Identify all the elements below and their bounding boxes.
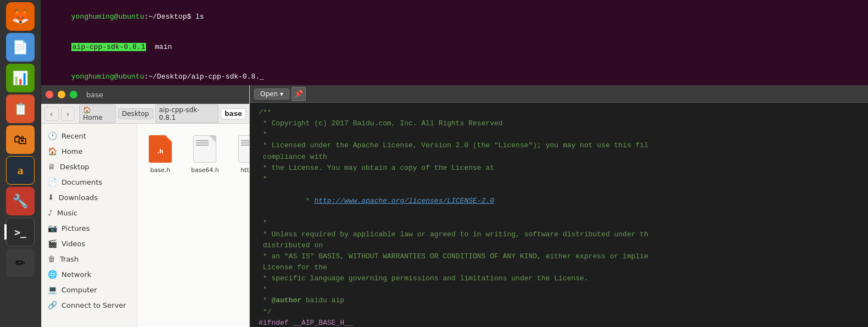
trash-icon: 🗑 bbox=[48, 254, 55, 263]
license-link[interactable]: http://www.apache.org/licenses/LICENSE-2… bbox=[314, 197, 494, 205]
sidebar-label-computer: Computer bbox=[61, 286, 97, 294]
fm-body: 🕐 Recent 🏠 Home 🖥 Desktop 📄 Documents bbox=[41, 124, 249, 327]
sidebar-label-downloads: Downloads bbox=[59, 193, 98, 202]
txt-file-icon-2 bbox=[238, 135, 249, 163]
file-item-base64-h[interactable]: base64.h bbox=[188, 130, 222, 320]
sidebar-item-documents[interactable]: 📄 Documents bbox=[41, 174, 137, 190]
taskbar-terminal[interactable]: >_ bbox=[6, 218, 35, 246]
file-name-base-h: base.h bbox=[150, 167, 171, 174]
taskbar-files[interactable]: 📄 bbox=[6, 33, 35, 62]
editor-pin-button[interactable]: 📌 bbox=[292, 87, 306, 101]
code-line-12: * an "AS IS" BASIS, WITHOUT WARRANTIES O… bbox=[259, 251, 859, 262]
terminal-line-2: aip-cpp-sdk-0.8.1 main bbox=[46, 32, 864, 63]
code-line-8: * http://www.apache.org/licenses/LICENSE… bbox=[259, 185, 859, 218]
sidebar-item-downloads[interactable]: ⬇ Downloads bbox=[41, 190, 137, 205]
window-maximize-button[interactable] bbox=[70, 91, 77, 98]
fm-window-title: base bbox=[86, 91, 103, 99]
sidebar-item-videos[interactable]: 🎬 Videos bbox=[41, 236, 137, 251]
c-header-icon: .h bbox=[149, 135, 172, 163]
code-line-2: * Copyright (c) 2017 Baidu.com, Inc. All… bbox=[259, 118, 859, 129]
code-line-5: compliance with bbox=[259, 152, 859, 163]
code-line-6: * the License. You may obtain a copy of … bbox=[259, 163, 859, 174]
sidebar-item-desktop[interactable]: 🖥 Desktop bbox=[41, 159, 137, 174]
file-icon-base64-h bbox=[192, 134, 218, 164]
open-label: Open bbox=[260, 90, 278, 98]
taskbar-appstore[interactable]: 🛍 bbox=[6, 125, 35, 154]
code-line-4: * Licensed under the Apache License, Ver… bbox=[259, 140, 859, 151]
editor-toolbar: Open ▾ 📌 bbox=[250, 85, 868, 103]
main-area: yonghuming@ubuntu:~/Desktop$ ls aip-cpp-… bbox=[41, 0, 868, 327]
file-icon-http bbox=[237, 134, 249, 164]
code-line-18: #ifndef __AIP_BASE_H__ bbox=[259, 318, 859, 327]
file-name-http: http... bbox=[240, 167, 249, 174]
window-close-button[interactable] bbox=[46, 91, 53, 98]
code-line-17: */ bbox=[259, 307, 859, 318]
code-line-14: * specific language governing permission… bbox=[259, 273, 859, 284]
code-line-1: /** bbox=[259, 107, 859, 118]
taskbar-texteditor[interactable]: ✏️ bbox=[6, 248, 35, 277]
sidebar-item-computer[interactable]: 💻 Computer bbox=[41, 282, 137, 297]
fm-titlebar: base bbox=[41, 85, 249, 104]
code-line-7: * bbox=[259, 174, 859, 185]
sidebar-label-recent: Recent bbox=[61, 132, 86, 140]
taskbar-spreadsheet[interactable]: 📊 bbox=[6, 64, 35, 92]
taskbar: 🦊 📄 📊 📋 🛍 a 🔧 >_ ✏️ bbox=[0, 0, 41, 327]
file-icon-base-h: .h bbox=[147, 134, 173, 164]
sidebar-item-network[interactable]: 🌐 Network bbox=[41, 267, 137, 282]
sidebar-item-trash[interactable]: 🗑 Trash bbox=[41, 251, 137, 267]
dropdown-chevron-icon: ▾ bbox=[280, 90, 283, 98]
sidebar-label-videos: Videos bbox=[61, 240, 85, 248]
breadcrumb-sdk[interactable]: aip-cpp-sdk-0.8.1 bbox=[155, 104, 219, 123]
sidebar-item-recent[interactable]: 🕐 Recent bbox=[41, 128, 137, 143]
fm-content: .h base.h bbox=[137, 124, 249, 327]
breadcrumb-home[interactable]: 🏠 Home bbox=[79, 104, 116, 123]
sidebar-label-connect-server: Connect to Server bbox=[61, 301, 126, 309]
code-line-3: * bbox=[259, 129, 859, 140]
breadcrumb-base[interactable]: base bbox=[221, 108, 246, 119]
sidebar-label-pictures: Pictures bbox=[61, 224, 89, 232]
code-line-13: License for the bbox=[259, 262, 859, 273]
sidebar-label-music: Music bbox=[57, 209, 77, 217]
file-name-base64-h: base64.h bbox=[191, 167, 219, 174]
documents-icon: 📄 bbox=[48, 178, 57, 186]
file-manager-area: base ‹ › 🏠 Home Desktop aip-cpp-sdk-0.8.… bbox=[41, 85, 868, 327]
taskbar-presentation[interactable]: 📋 bbox=[6, 95, 35, 123]
sidebar-label-desktop: Desktop bbox=[60, 163, 89, 171]
videos-icon: 🎬 bbox=[48, 239, 57, 248]
back-button[interactable]: ‹ bbox=[44, 107, 59, 121]
window-minimize-button[interactable] bbox=[58, 91, 65, 98]
computer-icon: 💻 bbox=[48, 285, 57, 294]
fm-toolbar: ‹ › 🏠 Home Desktop aip-cpp-sdk-0.8.1 bas… bbox=[41, 104, 249, 124]
sidebar-label-network: Network bbox=[61, 270, 91, 279]
terminal-line-1: yonghuming@ubuntu:~/Desktop$ ls bbox=[46, 2, 864, 32]
open-button[interactable]: Open ▾ bbox=[254, 88, 289, 99]
home-icon: 🏠 bbox=[48, 147, 57, 156]
taskbar-settings[interactable]: 🔧 bbox=[6, 187, 35, 215]
file-item-http[interactable]: http... bbox=[233, 130, 249, 320]
code-editor: Open ▾ 📌 /** * Copyright (c) 2017 Baidu.… bbox=[250, 85, 868, 327]
code-line-9: * bbox=[259, 218, 859, 229]
sidebar-label-documents: Documents bbox=[61, 178, 102, 186]
terminal-highlight: aip-cpp-sdk-0.8.1 bbox=[71, 43, 147, 51]
forward-button[interactable]: › bbox=[61, 107, 75, 121]
sidebar-item-music[interactable]: ♪ Music bbox=[41, 205, 137, 220]
sidebar-item-pictures[interactable]: 📷 Pictures bbox=[41, 220, 137, 236]
taskbar-amazon[interactable]: a bbox=[6, 156, 35, 185]
code-line-15: * bbox=[259, 284, 859, 295]
sidebar-label-trash: Trash bbox=[60, 255, 79, 263]
terminal-panel: yonghuming@ubuntu:~/Desktop$ ls aip-cpp-… bbox=[41, 0, 868, 85]
terminal-line-3: yonghuming@ubuntu:~/Desktop/aip-cpp-sdk-… bbox=[46, 62, 864, 85]
sidebar-item-home[interactable]: 🏠 Home bbox=[41, 143, 137, 159]
sidebar-label-home: Home bbox=[61, 147, 82, 156]
file-item-base-h[interactable]: .h base.h bbox=[144, 130, 177, 320]
sidebar-item-connect-server[interactable]: 🔗 Connect to Server bbox=[41, 297, 137, 313]
downloads-icon: ⬇ bbox=[48, 193, 54, 202]
code-line-10: * Unless required by applicable law or a… bbox=[259, 229, 859, 240]
taskbar-firefox[interactable]: 🦊 bbox=[6, 2, 35, 31]
connect-server-icon: 🔗 bbox=[48, 301, 57, 309]
breadcrumb-desktop[interactable]: Desktop bbox=[118, 108, 153, 119]
fm-sidebar: 🕐 Recent 🏠 Home 🖥 Desktop 📄 Documents bbox=[41, 124, 137, 327]
desktop-icon: 🖥 bbox=[48, 162, 55, 171]
network-icon: 🌐 bbox=[48, 270, 57, 279]
file-manager-window: base ‹ › 🏠 Home Desktop aip-cpp-sdk-0.8.… bbox=[41, 85, 250, 327]
